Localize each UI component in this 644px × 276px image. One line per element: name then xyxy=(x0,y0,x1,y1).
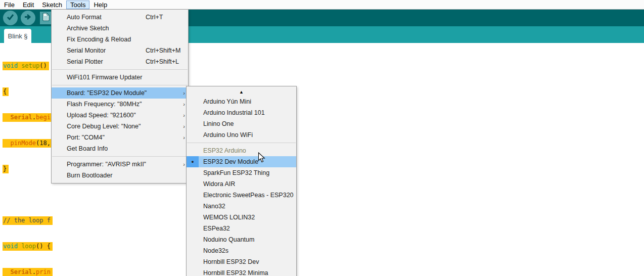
tab-label: Blink § xyxy=(8,32,27,40)
selected-board-icon-column: ● xyxy=(187,156,199,167)
code-token: (18, xyxy=(36,140,51,147)
mouse-cursor xyxy=(258,152,265,165)
menu-item-label: Board: "ESP32 Dev Module" xyxy=(67,89,147,97)
board-item-arduino-industrial-101[interactable]: Arduino Industrial 101 xyxy=(187,107,296,118)
menu-tools[interactable]: Tools xyxy=(66,1,89,9)
menu-item-label: Core Debug Level: "None" xyxy=(67,123,141,130)
board-item-electronic-sweetpeas-esp320[interactable]: Electronic SweetPeas - ESP320 xyxy=(187,190,296,201)
menu-item-shortcut: Ctrl+T xyxy=(146,12,163,23)
code-token: begi xyxy=(36,114,51,121)
board-item-espea32[interactable]: ESPea32 xyxy=(187,223,296,234)
board-item-label: Arduino Uno WiFi xyxy=(203,131,253,139)
menu-item-get-board-info[interactable]: Get Board Info xyxy=(52,143,188,154)
board-item-label: Arduino Industrial 101 xyxy=(203,109,265,116)
menu-separator xyxy=(52,85,188,85)
board-item-label: ESPea32 xyxy=(203,225,230,232)
code-token: . xyxy=(32,268,36,275)
board-section-esp32-arduino: ESP32 Arduino xyxy=(187,145,296,156)
board-item-nano32[interactable]: Nano32 xyxy=(187,201,296,212)
code-line: // the loop f xyxy=(3,216,53,225)
code-token: () { xyxy=(36,243,51,250)
code-token xyxy=(3,268,10,275)
verify-button[interactable] xyxy=(3,11,18,25)
board-item-arduino-uno-wifi[interactable]: Arduino Uno WiFi xyxy=(187,129,296,141)
board-item-noduino-quantum[interactable]: Noduino Quantum xyxy=(187,234,296,245)
scroll-up-button[interactable]: ▲ xyxy=(187,88,296,96)
menu-item-label: Burn Bootloader xyxy=(67,172,112,179)
board-item-node32s[interactable]: Node32s xyxy=(187,245,296,256)
check-icon xyxy=(6,13,15,23)
menu-item-label: Programmer: "AVRISP mkII" xyxy=(67,161,146,168)
board-item-linino-one[interactable]: Linino One xyxy=(187,118,296,129)
menu-edit[interactable]: Edit xyxy=(19,1,38,9)
code-token: Serial xyxy=(10,268,32,275)
menu-item-fix-encoding[interactable]: Fix Encoding & Reload xyxy=(52,34,188,45)
code-token: setup xyxy=(21,62,39,69)
submenu-arrow-icon: › xyxy=(183,132,185,143)
menu-item-serial-plotter[interactable]: Serial PlotterCtrl+Shift+L xyxy=(52,56,188,67)
board-item-label: WEMOS LOLIN32 xyxy=(203,214,255,221)
menu-item-auto-format[interactable]: Auto FormatCtrl+T xyxy=(52,12,188,23)
code-line: void loop() { xyxy=(3,242,53,251)
code-line: void setup() xyxy=(3,62,53,70)
menu-item-flash-frequency[interactable]: Flash Frequency: "80MHz"› xyxy=(52,99,188,110)
code-token: loop xyxy=(21,243,36,250)
submenu-arrow-icon: › xyxy=(183,159,185,170)
menu-sketch[interactable]: Sketch xyxy=(38,1,66,9)
menu-item-label: Get Board Info xyxy=(67,145,108,152)
menu-item-burn-bootloader[interactable]: Burn Bootloader xyxy=(52,170,188,181)
board-item-label: Noduino Quantum xyxy=(203,236,254,243)
code-token: prin xyxy=(36,268,51,275)
menu-item-archive-sketch[interactable]: Archive Sketch xyxy=(52,23,188,34)
menu-item-label: Archive Sketch xyxy=(67,25,109,32)
code-token: pinMode xyxy=(10,140,36,147)
board-item-label: Electronic SweetPeas - ESP320 xyxy=(203,192,294,199)
menu-item-label: Port: "COM4" xyxy=(67,134,105,141)
menu-separator xyxy=(187,143,296,143)
tab-blink[interactable]: Blink § xyxy=(4,29,31,43)
tools-menu-popup: Auto FormatCtrl+T Archive Sketch Fix Enc… xyxy=(51,9,189,183)
board-item-label: Widora AIR xyxy=(203,180,235,188)
code-token: { xyxy=(3,88,7,95)
board-item-widora-air[interactable]: Widora AIR xyxy=(187,178,296,190)
board-item-sparkfun-esp32-thing[interactable]: SparkFun ESP32 Thing xyxy=(187,167,296,178)
board-item-label: Nano32 xyxy=(203,203,225,210)
board-item-label: SparkFun ESP32 Thing xyxy=(203,169,269,176)
menu-item-wifi101-updater[interactable]: WiFi101 Firmware Updater xyxy=(52,72,188,83)
board-item-hornbill-esp32-minima[interactable]: Hornbill ESP32 Minima xyxy=(187,267,296,276)
board-item-wemos-lolin32[interactable]: WEMOS LOLIN32 xyxy=(187,212,296,223)
upload-button[interactable] xyxy=(21,11,35,25)
board-item-label: ESP32 Dev Module xyxy=(203,158,258,165)
menu-item-port[interactable]: Port: "COM4"› xyxy=(52,132,188,143)
code-token: void xyxy=(3,243,21,250)
menu-item-upload-speed[interactable]: Upload Speed: "921600"› xyxy=(52,110,188,121)
menu-item-label: Fix Encoding & Reload xyxy=(67,36,131,43)
code-line: pinMode(18, xyxy=(3,139,53,148)
menu-item-label: Upload Speed: "921600" xyxy=(67,112,136,119)
board-item-label: Arduino Yún Mini xyxy=(203,98,251,105)
submenu-arrow-icon: › xyxy=(183,87,185,99)
code-token: () xyxy=(39,62,47,69)
board-item-esp32-dev-module[interactable]: ●ESP32 Dev Module xyxy=(187,156,296,167)
board-item-hornbill-esp32-dev[interactable]: Hornbill ESP32 Dev xyxy=(187,256,296,267)
code-line: { xyxy=(3,87,53,96)
menu-help[interactable]: Help xyxy=(89,1,111,9)
menu-item-programmer[interactable]: Programmer: "AVRISP mkII"› xyxy=(52,159,188,170)
code-line: Serial.prin xyxy=(3,268,53,276)
menubar: File Edit Sketch Tools Help xyxy=(0,0,644,10)
menu-item-core-debug-level[interactable]: Core Debug Level: "None"› xyxy=(52,121,188,132)
menu-item-serial-monitor[interactable]: Serial MonitorCtrl+Shift+M xyxy=(52,45,188,56)
arduino-ide-window: File Edit Sketch Tools Help xyxy=(0,0,644,276)
board-item-arduino-yun-mini[interactable]: Arduino Yún Mini xyxy=(187,96,296,107)
menu-item-label: Auto Format xyxy=(67,14,102,21)
submenu-arrow-icon: › xyxy=(183,99,185,110)
radio-bullet-icon: ● xyxy=(191,156,194,167)
menu-item-board[interactable]: Board: "ESP32 Dev Module"› xyxy=(52,87,188,99)
code-token: } xyxy=(3,165,7,172)
menu-item-label: WiFi101 Firmware Updater xyxy=(67,74,142,81)
arrow-right-icon xyxy=(24,13,32,23)
code-token: Serial xyxy=(10,114,32,121)
menu-file[interactable]: File xyxy=(0,1,19,9)
board-section-label: ESP32 Arduino xyxy=(203,147,246,154)
code-token xyxy=(3,140,10,147)
